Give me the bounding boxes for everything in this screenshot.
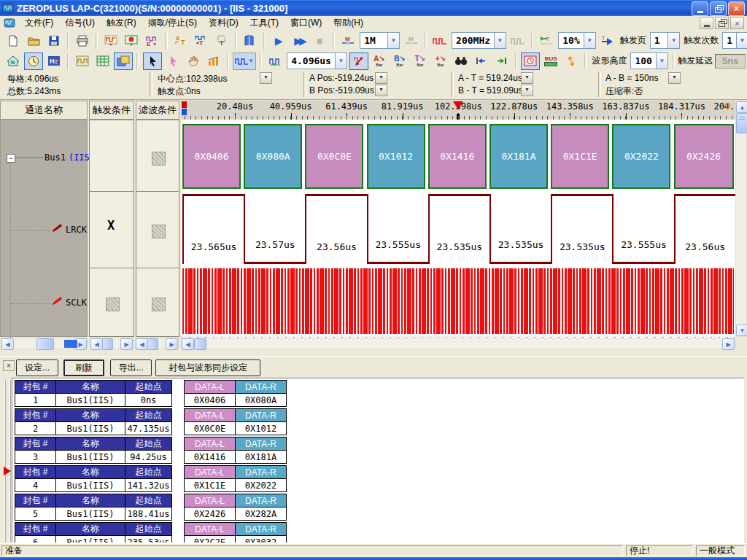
packet-row-group[interactable]: 封包 #名称起始点1Bus1(IIS)0nsDATA-LDATA-R0X0406…: [15, 380, 292, 407]
a-pos-dropdown[interactable]: ▼: [375, 72, 387, 84]
menu-item[interactable]: 撷取/停止(S): [142, 17, 203, 28]
lrck-segment[interactable]: 23.535us: [551, 194, 612, 264]
packet-row-group[interactable]: 封包 #名称起始点2Bus1(IIS)47.135usDATA-LDATA-R0…: [15, 408, 292, 435]
goto-end-button[interactable]: [492, 52, 511, 70]
print-button[interactable]: [73, 31, 92, 50]
trigger-delay-field[interactable]: 5ns: [715, 54, 746, 69]
capture-settings-button[interactable]: [101, 31, 120, 50]
menu-item[interactable]: 窗口(W): [285, 17, 328, 28]
expand-stack-button[interactable]: [562, 52, 581, 70]
waveform-vertical-scrollbar[interactable]: ▲ ▼: [735, 101, 747, 337]
b-pos-dropdown[interactable]: ▼: [375, 85, 387, 96]
sample-rate-combo[interactable]: 200MHz ▼: [452, 32, 506, 49]
channel-name-hscrollbar[interactable]: ◀ ▶: [1, 338, 88, 349]
menu-item[interactable]: 触发(R): [101, 17, 142, 28]
trigger-position-combo[interactable]: 10% ▼: [558, 32, 595, 49]
trigger-page-combo[interactable]: 1 ▼: [650, 32, 680, 49]
scroll-right-button[interactable]: ▶: [120, 338, 133, 350]
packet-sync-button[interactable]: 封包与波形同步设定: [155, 359, 260, 376]
a-minus-t-dropdown[interactable]: ▼: [521, 72, 533, 84]
scroll-right-button[interactable]: ▶: [166, 338, 178, 350]
packet-row-group[interactable]: 封包 #名称起始点5Bus1(IIS)188.41usDATA-LDATA-R0…: [15, 494, 292, 521]
memory-page-button[interactable]: M: [338, 31, 357, 50]
lrck-trigger-condition[interactable]: X: [107, 218, 115, 233]
packet-list[interactable]: 封包 #名称起始点1Bus1(IIS)0nsDATA-LDATA-R0X0406…: [12, 378, 744, 543]
chevron-down-icon[interactable]: ▼: [584, 33, 595, 48]
trigger-column-hscrollbar[interactable]: ◀ ▶: [90, 338, 133, 349]
tree-collapse-box[interactable]: −: [7, 154, 15, 163]
sclk-trigger-checkbox[interactable]: [106, 298, 120, 311]
a-minus-b-dropdown[interactable]: ▼: [668, 72, 681, 84]
mdi-restore-button[interactable]: [715, 17, 729, 29]
zoom-scale-combo[interactable]: 4.096us ▼: [287, 52, 347, 69]
signal-settings-button[interactable]: E: [142, 31, 161, 50]
open-file-button[interactable]: [24, 31, 43, 50]
channel-bus1-label[interactable]: Bus1(IIS): [44, 152, 95, 163]
time-display-button[interactable]: [24, 52, 43, 70]
chevron-down-icon[interactable]: ▼: [335, 53, 347, 69]
chevron-down-icon[interactable]: ▼: [387, 33, 399, 48]
scroll-left-button[interactable]: ◀: [182, 338, 194, 350]
center-point-dropdown[interactable]: ▼: [260, 72, 272, 84]
menu-item[interactable]: 信号(U): [59, 17, 101, 28]
panel-close-button[interactable]: ×: [3, 360, 15, 371]
goto-pointer-button[interactable]: [349, 52, 368, 70]
lrck-waveform-row[interactable]: 23.565us23.57us23.56us23.555us23.535us23…: [181, 120, 735, 265]
packet-settings-button[interactable]: 设定...: [16, 359, 58, 376]
filter-column-hscrollbar[interactable]: ◀ ▶: [135, 338, 179, 349]
lrck-filter-checkbox[interactable]: [152, 225, 166, 238]
wave-height-combo[interactable]: 100 ▼: [630, 52, 667, 69]
scroll-left-button[interactable]: ◀: [136, 338, 148, 350]
multi-select-tool-button[interactable]: [163, 52, 182, 70]
pan-tool-button[interactable]: [184, 52, 203, 70]
chevron-down-icon[interactable]: ▼: [248, 58, 254, 64]
minimize-button[interactable]: [692, 1, 708, 16]
packet-export-button[interactable]: 导出...: [110, 359, 152, 376]
close-button[interactable]: ×: [728, 1, 745, 16]
restore-button[interactable]: [710, 1, 727, 16]
goto-trigger-button[interactable]: T: [598, 31, 617, 50]
packet-row-group[interactable]: 封包 #名称起始点6Bus1(IIS)235.53usDATA-LDATA-R0…: [15, 522, 292, 543]
save-button[interactable]: [44, 31, 63, 50]
trigger-count-combo[interactable]: 1 ▼: [722, 32, 747, 49]
edit-pen-icon[interactable]: [52, 297, 63, 306]
memory-depth-combo[interactable]: 1M ▼: [360, 32, 400, 49]
a-bar-button[interactable]: A↘Bar: [370, 52, 389, 70]
bus-property-button[interactable]: BUS: [541, 52, 560, 70]
zoom-scale-button[interactable]: [266, 52, 285, 70]
stop-button[interactable]: ■: [310, 31, 329, 50]
scroll-thumb[interactable]: [194, 338, 206, 350]
trigger-position-button[interactable]: T: [537, 31, 556, 50]
scroll-down-button[interactable]: ▼: [736, 324, 747, 336]
run-button[interactable]: ▶: [269, 31, 288, 50]
scroll-thumb[interactable]: [36, 338, 54, 350]
packet-row-group[interactable]: 封包 #名称起始点4Bus1(IIS)141.32usDATA-LDATA-R0…: [15, 465, 292, 492]
bus1-filter-checkbox[interactable]: [152, 152, 166, 166]
bus-decode-button[interactable]: [241, 31, 260, 50]
waveform-hscrollbar[interactable]: ◀ ▶: [181, 338, 735, 349]
sample-wave-disabled-button[interactable]: [508, 31, 527, 50]
trigger-mark-button[interactable]: T: [171, 31, 190, 50]
edit-pen-icon[interactable]: [52, 224, 63, 233]
d-marker-flag[interactable]: D: [725, 101, 731, 110]
trigger-wave-button[interactable]: T: [192, 31, 211, 50]
listing-view-button[interactable]: [93, 52, 112, 70]
frequency-display-button[interactable]: Hz: [44, 52, 63, 70]
trigger-marker-icon[interactable]: [453, 101, 463, 109]
chevron-down-icon[interactable]: ▼: [656, 53, 667, 69]
lrck-segment[interactable]: 23.565us: [182, 194, 244, 264]
add-bar-button[interactable]: +↘Bar: [431, 52, 450, 70]
channel-sclk-label[interactable]: SCLK: [66, 298, 87, 308]
mdi-minimize-button[interactable]: [700, 17, 713, 29]
packet-refresh-button[interactable]: 刷新: [63, 359, 104, 376]
new-file-button[interactable]: [4, 31, 23, 50]
home-button[interactable]: N: [4, 52, 23, 70]
scroll-left-button[interactable]: ◀: [90, 338, 103, 350]
scroll-thumb[interactable]: [147, 338, 158, 350]
scroll-left-button[interactable]: ◀: [1, 338, 14, 350]
sampling-settings-button[interactable]: [122, 31, 141, 50]
repeat-run-button[interactable]: ▶▶: [290, 31, 309, 50]
b-minus-t-dropdown[interactable]: ▼: [521, 85, 533, 96]
chevron-down-icon[interactable]: ▼: [494, 33, 506, 48]
t-bar-button[interactable]: T↘Bar: [411, 52, 430, 70]
